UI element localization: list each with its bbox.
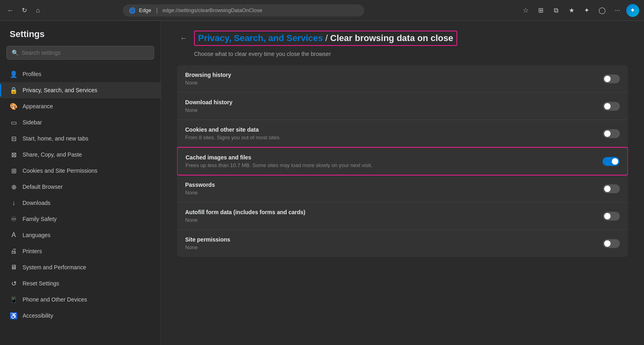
sidebar: Settings 🔍 👤Profiles🔒Privacy, Search, an… [0, 21, 161, 345]
accessibility-nav-label: Accessibility [23, 312, 53, 319]
downloads-nav-icon: ↓ [10, 199, 18, 207]
breadcrumb-row: ← Privacy, Search, and Services / Clear … [177, 31, 628, 46]
extensions-icon[interactable]: ⊞ [535, 4, 547, 17]
search-input[interactable] [22, 50, 149, 56]
settings-item-autofill-toggle[interactable] [603, 212, 620, 221]
settings-item-browsing-history-desc: None [185, 80, 231, 86]
settings-item-browsing-history-title: Browsing history [185, 72, 231, 78]
settings-item-download-history-toggle-thumb [604, 103, 611, 109]
sidebar-item-downloads[interactable]: ↓Downloads [0, 195, 161, 211]
settings-item-passwords-toggle[interactable] [603, 184, 620, 193]
sidebar-item-cookies[interactable]: ⊞Cookies and Site Permissions [0, 163, 161, 179]
breadcrumb-back-button[interactable]: ← [177, 32, 190, 45]
collections-icon[interactable]: ★ [565, 4, 578, 17]
browser-chrome: ← ↻ ⌂ 🌀 Edge | edge://settings/clearBrow… [0, 0, 644, 21]
toolbar-icons: ☆ ⊞ ⧉ ★ ✦ ◯ ··· ✦ [519, 4, 639, 17]
settings-item-autofill-toggle-track[interactable] [603, 212, 620, 221]
sidebar-item-share-copy[interactable]: ⊠Share, Copy, and Paste [0, 147, 161, 163]
home-button[interactable]: ⌂ [32, 5, 43, 16]
split-screen-icon[interactable]: ⧉ [550, 4, 563, 17]
search-box[interactable]: 🔍 [6, 46, 154, 60]
profiles-nav-label: Profiles [23, 71, 41, 77]
settings-item-download-history-desc: None [185, 107, 232, 113]
settings-item-site-permissions-toggle[interactable] [603, 239, 620, 248]
accessibility-nav-icon: ♿ [10, 312, 18, 320]
cookies-nav-icon: ⊞ [10, 167, 18, 175]
settings-item-browsing-history-toggle[interactable] [603, 74, 620, 83]
sidebar-item-start-home[interactable]: ⊟Start, home, and new tabs [0, 130, 161, 147]
sidebar-item-languages[interactable]: ALanguages [0, 227, 161, 243]
sidebar-item-sidebar[interactable]: ▭Sidebar [0, 114, 161, 130]
settings-item-autofill-toggle-thumb [604, 213, 611, 219]
profile-icon[interactable]: ◯ [596, 4, 609, 17]
start-home-nav-label: Start, home, and new tabs [23, 135, 88, 142]
back-button[interactable]: ← [5, 5, 16, 16]
copilot-icon[interactable]: ✦ [580, 4, 593, 17]
settings-item-site-permissions: Site permissionsNone [177, 230, 628, 257]
phone-nav-icon: 📱 [10, 295, 18, 304]
edge-logo-icon: 🌀 [128, 7, 136, 14]
sidebar-item-reset[interactable]: ↺Reset Settings [0, 275, 161, 291]
address-url: edge://settings/clearBrowsingDataOnClose [163, 7, 262, 13]
system-nav-label: System and Performance [23, 264, 86, 271]
sidebar-item-accessibility[interactable]: ♿Accessibility [0, 308, 161, 324]
settings-item-download-history-text: Download historyNone [185, 99, 232, 113]
settings-item-cookies-site-data: Cookies and other site dataFrom 8 sites.… [177, 120, 628, 147]
sidebar-item-appearance[interactable]: 🎨Appearance [0, 98, 161, 114]
sidebar-item-phone[interactable]: 📱Phone and Other Devices [0, 291, 161, 308]
settings-item-site-permissions-text: Site permissionsNone [185, 236, 230, 250]
settings-item-passwords-desc: None [185, 190, 215, 196]
refresh-button[interactable]: ↻ [19, 5, 30, 16]
settings-item-site-permissions-toggle-thumb [604, 240, 611, 247]
settings-item-cookies-site-data-desc: From 8 sites. Signs you out of most site… [185, 134, 281, 140]
breadcrumb-separator: / [325, 33, 328, 43]
sidebar-item-printers[interactable]: 🖨Printers [0, 243, 161, 259]
sidebar-item-privacy[interactable]: 🔒Privacy, Search, and Services [0, 82, 161, 98]
privacy-nav-label: Privacy, Search, and Services [23, 87, 97, 93]
settings-item-download-history-toggle[interactable] [603, 102, 620, 111]
breadcrumb-current-page: Clear browsing data on close [330, 33, 453, 43]
languages-nav-label: Languages [23, 232, 50, 238]
settings-item-browsing-history: Browsing historyNone [177, 65, 628, 93]
sidebar-item-default-browser[interactable]: ⊕Default Browser [0, 179, 161, 195]
languages-nav-icon: A [10, 231, 18, 239]
nav-items-list: 👤Profiles🔒Privacy, Search, and Services🎨… [0, 66, 161, 324]
favorites-icon[interactable]: ☆ [519, 4, 532, 17]
default-browser-nav-icon: ⊕ [10, 183, 18, 191]
privacy-nav-icon: 🔒 [10, 86, 18, 94]
family-safety-nav-label: Family Safety [23, 216, 57, 222]
search-icon: 🔍 [12, 50, 19, 56]
settings-item-autofill-text: Autofill form data (includes forms and c… [185, 209, 305, 223]
settings-item-cookies-site-data-toggle[interactable] [603, 129, 620, 138]
settings-item-cached-images-desc: Frees up less than 10.7 MB. Some sites m… [186, 162, 372, 168]
edge-app-icon[interactable]: ✦ [626, 4, 639, 17]
settings-item-cookies-site-data-toggle-track[interactable] [603, 129, 620, 138]
appearance-nav-icon: 🎨 [10, 102, 18, 110]
breadcrumb-link[interactable]: Privacy, Search, and Services [198, 33, 323, 43]
sidebar-item-system[interactable]: 🖥System and Performance [0, 259, 161, 275]
start-home-nav-icon: ⊟ [10, 134, 18, 143]
share-copy-nav-label: Share, Copy, and Paste [23, 151, 82, 158]
settings-item-site-permissions-title: Site permissions [185, 236, 230, 243]
sidebar-item-family-safety[interactable]: ♾Family Safety [0, 211, 161, 227]
settings-item-cached-images: Cached images and filesFrees up less tha… [177, 147, 628, 176]
default-browser-nav-label: Default Browser [23, 184, 63, 190]
settings-item-passwords-text: PasswordsNone [185, 182, 215, 196]
settings-item-download-history-title: Download history [185, 99, 232, 105]
share-copy-nav-icon: ⊠ [10, 151, 18, 159]
settings-item-cached-images-toggle[interactable] [603, 157, 619, 166]
sidebar-title: Settings [0, 29, 161, 46]
settings-item-download-history-toggle-track[interactable] [603, 102, 620, 111]
settings-item-browsing-history-toggle-track[interactable] [603, 74, 620, 83]
phone-nav-label: Phone and Other Devices [23, 296, 87, 303]
printers-nav-label: Printers [23, 248, 42, 254]
settings-item-passwords-toggle-track[interactable] [603, 184, 620, 193]
settings-item-cached-images-title: Cached images and files [186, 154, 372, 161]
settings-item-cached-images-toggle-track[interactable] [603, 157, 619, 166]
address-bar[interactable]: 🌀 Edge | edge://settings/clearBrowsingDa… [123, 4, 364, 17]
settings-item-passwords-title: Passwords [185, 182, 215, 188]
more-menu-icon[interactable]: ··· [611, 4, 624, 17]
settings-item-site-permissions-toggle-track[interactable] [603, 239, 620, 248]
settings-item-passwords: PasswordsNone [177, 175, 628, 202]
sidebar-item-profiles[interactable]: 👤Profiles [0, 66, 161, 82]
